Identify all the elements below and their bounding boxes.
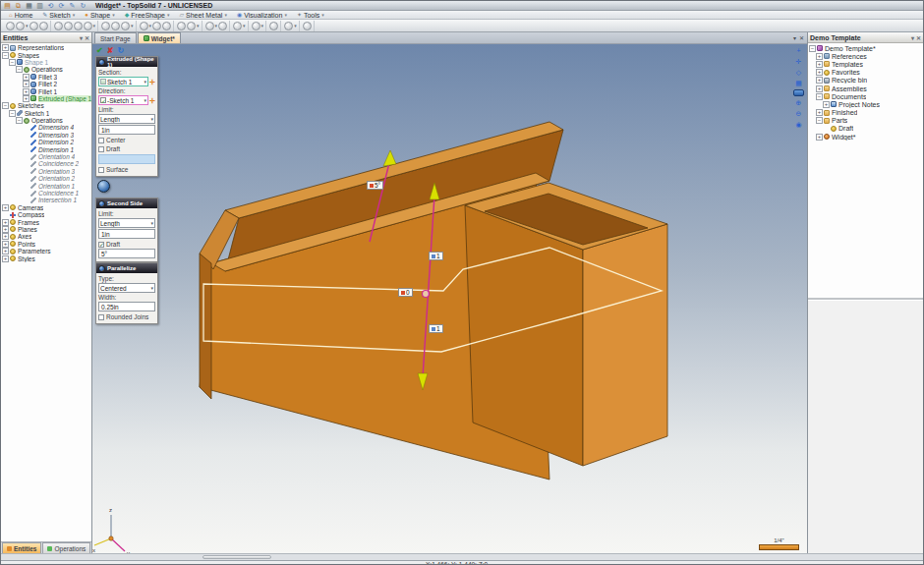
tool-icon[interactable] bbox=[252, 22, 260, 30]
splitter-grip[interactable] bbox=[202, 555, 271, 559]
entities-item-cameras[interactable]: +Cameras bbox=[1, 204, 91, 211]
limit-combo[interactable]: Length ▾ bbox=[98, 114, 155, 124]
collapse-icon[interactable]: − bbox=[2, 52, 9, 59]
expand-icon[interactable]: + bbox=[2, 233, 9, 240]
project-item-recycle-bin[interactable]: +Recycle bin bbox=[808, 77, 923, 85]
project-item-references[interactable]: +References bbox=[808, 52, 923, 60]
tool-icon[interactable] bbox=[111, 22, 120, 30]
project-item-project-notes[interactable]: +Project Notes bbox=[808, 100, 923, 108]
length-input[interactable]: 1in bbox=[98, 125, 155, 135]
tool-icon[interactable] bbox=[233, 22, 242, 30]
expand-icon[interactable]: + bbox=[2, 248, 9, 254]
project-item-finished[interactable]: +Finished bbox=[808, 109, 923, 117]
entities-item-sketches[interactable]: −Sketches bbox=[1, 102, 91, 109]
rightbox-front-left-face[interactable] bbox=[465, 205, 583, 466]
tool-icon[interactable] bbox=[74, 22, 83, 30]
expand-icon[interactable]: + bbox=[816, 53, 823, 60]
rounded-joins-checkbox-row[interactable]: Rounded Joins bbox=[98, 312, 155, 321]
expand-icon[interactable]: + bbox=[23, 88, 29, 95]
tool-icon[interactable] bbox=[16, 22, 25, 30]
entities-item-shape-1[interactable]: −Shape 1 bbox=[1, 59, 91, 66]
selected-option-row[interactable] bbox=[98, 154, 155, 164]
target-icon[interactable]: ✛ bbox=[794, 57, 804, 66]
tool-icon[interactable] bbox=[6, 22, 15, 30]
menu-sketch[interactable]: ✎Sketch▾ bbox=[37, 11, 80, 20]
project-item-demo-template[interactable]: −Demo Template* bbox=[808, 44, 923, 52]
chevron-down-icon[interactable]: ▾ bbox=[26, 24, 29, 28]
entities-item-coincidence-1[interactable]: Coincidence 1 bbox=[1, 190, 91, 197]
surface-checkbox-row[interactable]: Surface bbox=[98, 165, 155, 174]
limit-combo[interactable]: Length ▾ bbox=[98, 218, 155, 228]
dimension-value-label[interactable]: 1 bbox=[429, 324, 443, 333]
length-input[interactable]: 1in bbox=[98, 229, 155, 239]
tab-operations[interactable]: Operations bbox=[42, 542, 90, 553]
chevron-down-icon[interactable]: ▾ bbox=[93, 24, 96, 28]
viewport-pin-icon[interactable]: ▾ bbox=[793, 34, 796, 41]
tool-icon[interactable] bbox=[269, 22, 278, 30]
entities-item-orientation-4[interactable]: Orientation 4 bbox=[1, 153, 91, 160]
confirm-button[interactable]: ✔ bbox=[96, 46, 103, 55]
dialog-header[interactable]: Second Side bbox=[96, 198, 157, 208]
collapse-icon[interactable]: − bbox=[16, 117, 23, 124]
tool-icon[interactable] bbox=[64, 22, 73, 30]
expand-icon[interactable]: + bbox=[816, 85, 823, 92]
direction-combo[interactable]: ✓ -Sketch 1 ▾ bbox=[98, 95, 148, 105]
entities-item-orientation-3[interactable]: Orientation 3 bbox=[1, 168, 91, 175]
menu-shape[interactable]: ●Shape▾ bbox=[80, 11, 119, 20]
entities-item-orientation-2[interactable]: Orientation 2 bbox=[1, 175, 91, 182]
expand-icon[interactable]: + bbox=[2, 226, 9, 233]
entities-item-extruded-shape-1[interactable]: +Extruded (Shape 1) bbox=[1, 95, 91, 102]
center-checkbox[interactable] bbox=[98, 138, 104, 143]
zoom-in-icon[interactable]: ⊕ bbox=[794, 98, 804, 107]
collapse-icon[interactable]: − bbox=[816, 93, 823, 100]
menu-freeshape[interactable]: ◆FreeShape▾ bbox=[120, 11, 175, 20]
tool-icon[interactable] bbox=[284, 22, 293, 30]
project-item-widget[interactable]: +Widget* bbox=[808, 133, 923, 141]
pin-icon[interactable]: ▾ bbox=[80, 34, 83, 41]
dimension-value-label[interactable]: 5° bbox=[367, 181, 383, 190]
3d-canvas[interactable]: z x y bbox=[92, 44, 807, 553]
entities-item-representations[interactable]: +Representations bbox=[1, 44, 91, 51]
globe-icon[interactable]: ◉ bbox=[794, 120, 804, 129]
entities-item-compass[interactable]: Compass bbox=[1, 211, 91, 218]
tool-icon[interactable] bbox=[140, 22, 148, 30]
open-icon[interactable]: ⧉ bbox=[14, 2, 23, 10]
entities-item-operations[interactable]: −Operations bbox=[1, 117, 91, 124]
tool-icon[interactable] bbox=[177, 22, 186, 30]
collapse-icon[interactable]: − bbox=[9, 59, 16, 66]
expand-icon[interactable]: + bbox=[823, 101, 830, 108]
tab-entities[interactable]: Entities bbox=[2, 542, 41, 553]
tool-icon[interactable] bbox=[205, 22, 214, 30]
expand-icon[interactable]: + bbox=[816, 69, 823, 76]
type-combo[interactable]: Centered ▾ bbox=[98, 283, 155, 293]
entities-item-fillet-3[interactable]: +Fillet 3 bbox=[1, 74, 91, 81]
tool-icon[interactable] bbox=[121, 22, 130, 30]
refresh-icon[interactable]: ↻ bbox=[79, 2, 87, 10]
entities-item-axes[interactable]: +Axes bbox=[1, 233, 91, 240]
center-checkbox-row[interactable]: Center bbox=[98, 136, 155, 144]
expand-icon[interactable]: + bbox=[23, 81, 29, 87]
project-item-draft[interactable]: Draft bbox=[808, 125, 923, 133]
collapse-icon[interactable]: − bbox=[2, 102, 9, 109]
add-direction-button[interactable]: ✛ bbox=[149, 97, 155, 104]
expand-icon[interactable]: + bbox=[23, 74, 29, 81]
project-item-assemblies[interactable]: +Assemblies bbox=[808, 85, 923, 92]
tool-icon[interactable] bbox=[162, 22, 171, 30]
chevron-down-icon[interactable]: ▾ bbox=[131, 24, 134, 28]
draft-checkbox[interactable] bbox=[98, 146, 104, 152]
expand-icon[interactable]: + bbox=[816, 134, 823, 141]
menu-sheet-metal[interactable]: ▱Sheet Metal▾ bbox=[174, 11, 232, 20]
tool-icon[interactable] bbox=[29, 22, 38, 30]
expand-icon[interactable]: + bbox=[816, 77, 823, 84]
tab-start-page[interactable]: Start Page bbox=[94, 32, 137, 43]
entities-item-points[interactable]: +Points bbox=[1, 241, 91, 248]
collapse-icon[interactable]: − bbox=[16, 66, 23, 73]
chevron-down-icon[interactable]: ▾ bbox=[149, 24, 152, 28]
draft-checkbox-row[interactable]: ✓ Draft bbox=[98, 240, 155, 249]
save-icon[interactable]: ▤ bbox=[3, 2, 12, 10]
viewport-close-icon[interactable]: ✕ bbox=[799, 34, 804, 41]
tool-icon[interactable] bbox=[303, 22, 312, 30]
anchor-point-marker[interactable] bbox=[423, 291, 430, 298]
entities-item-parameters[interactable]: +Parameters bbox=[1, 248, 91, 254]
print-icon[interactable]: ▥ bbox=[35, 2, 44, 10]
